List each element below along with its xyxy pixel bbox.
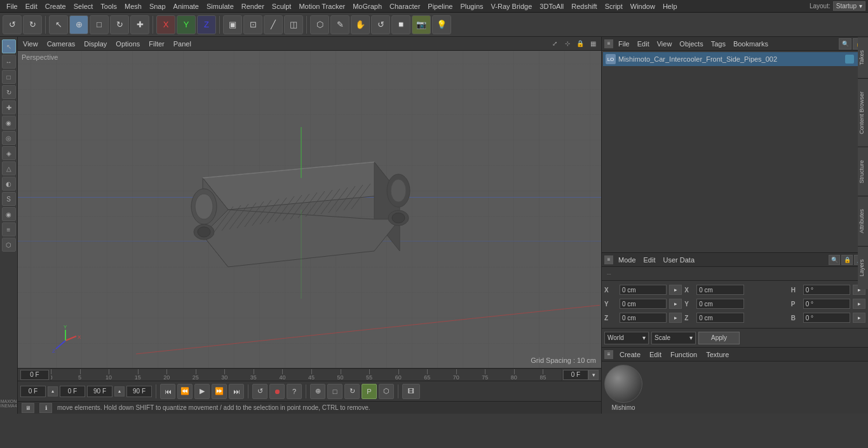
cam-btn[interactable]: 📷: [412, 15, 431, 34]
attr-y-val2[interactable]: 0 cm: [696, 299, 743, 309]
x-axis-btn[interactable]: X: [156, 15, 175, 34]
undo-btn[interactable]: ↺: [3, 15, 22, 34]
scale-dropdown[interactable]: Scale ▾: [651, 332, 696, 344]
select-btn[interactable]: ↖: [49, 15, 68, 34]
mat-menu-texture[interactable]: Texture: [703, 350, 731, 360]
mode-anim-btn[interactable]: 🎞: [402, 384, 420, 399]
menu-item-v-ray-bridge[interactable]: V-Ray Bridge: [487, 1, 536, 11]
menu-item-help[interactable]: Help: [659, 1, 681, 11]
redo-btn[interactable]: ↻: [23, 15, 42, 34]
attr-x-pos[interactable]: 0 cm: [620, 285, 667, 295]
menu-item-mesh[interactable]: Mesh: [121, 1, 146, 11]
status-icon-render[interactable]: 🖥: [22, 403, 34, 413]
menu-item-redshift[interactable]: Redshift: [567, 1, 600, 11]
obj-menu-view[interactable]: View: [654, 39, 675, 49]
rotate-btn[interactable]: ↻: [110, 15, 129, 34]
left-icon-13[interactable]: ⬡: [2, 238, 16, 252]
menu-item-select[interactable]: Select: [70, 1, 97, 11]
attr-menu-mode[interactable]: Mode: [616, 255, 639, 265]
attr-z-val2[interactable]: 0 cm: [696, 313, 743, 323]
attr-b-val[interactable]: 0 °: [803, 313, 850, 323]
vp-menu-cameras[interactable]: Cameras: [44, 39, 78, 49]
vp-icon-arrows[interactable]: ⊹: [562, 38, 573, 50]
menu-item-edit[interactable]: Edit: [22, 1, 41, 11]
mat-menu-function[interactable]: Function: [668, 350, 700, 360]
poly-mode-btn[interactable]: ◫: [284, 15, 303, 34]
timeline-ruler[interactable]: 051015202530354045505560657075808590: [50, 369, 562, 381]
left-icon-7[interactable]: ◈: [2, 146, 16, 160]
attr-b-arrow[interactable]: ▸: [853, 313, 865, 323]
help-btn[interactable]: ?: [287, 384, 302, 399]
menu-item-mograph[interactable]: MoGraph: [349, 1, 386, 11]
vp-menu-display[interactable]: Display: [81, 39, 109, 49]
menu-item-tools[interactable]: Tools: [97, 1, 121, 11]
menu-item-motion-tracker[interactable]: Motion Tracker: [295, 1, 349, 11]
mat-menu-create[interactable]: Create: [617, 350, 643, 360]
timeline[interactable]: 0 F 051015202530354045505560657075808590…: [18, 368, 601, 381]
next-key-btn[interactable]: ⏩: [212, 384, 227, 399]
grab-btn[interactable]: ✋: [351, 15, 370, 34]
start-up-btn[interactable]: ▴: [48, 386, 58, 397]
attr-z-arrow[interactable]: ▸: [669, 313, 682, 323]
left-icon-2[interactable]: □: [2, 70, 16, 84]
status-icon-info[interactable]: ℹ: [39, 403, 52, 413]
left-icon-11[interactable]: ◉: [2, 207, 16, 221]
snap-move-btn[interactable]: ⊕: [310, 384, 325, 399]
attr-p-arrow[interactable]: ▸: [853, 299, 865, 309]
snap-enable-btn[interactable]: P: [362, 384, 377, 399]
menu-item-3dtoall[interactable]: 3DToAll: [536, 1, 567, 11]
timeline-arrow[interactable]: ▾: [588, 370, 599, 380]
left-icon-6[interactable]: ◎: [2, 131, 16, 145]
menu-item-script[interactable]: Script: [601, 1, 627, 11]
attr-x-val2[interactable]: 0 cm: [696, 285, 743, 295]
takes-tab[interactable]: Takes: [858, 37, 868, 78]
sel-btn[interactable]: ◽: [391, 15, 410, 34]
obj-menu-tags[interactable]: Tags: [709, 39, 728, 49]
vp-menu-options[interactable]: Options: [113, 39, 142, 49]
cube-btn[interactable]: ⬡: [310, 15, 329, 34]
obj-search-btn[interactable]: 🔍: [839, 38, 851, 50]
menu-item-file[interactable]: File: [3, 1, 22, 11]
point-mode-btn[interactable]: ⊡: [243, 15, 262, 34]
transform-btn[interactable]: ✚: [130, 15, 149, 34]
attr-h-val[interactable]: 0 °: [803, 285, 850, 295]
menu-item-window[interactable]: Window: [627, 1, 659, 11]
left-icon-3[interactable]: ↻: [2, 85, 16, 99]
layout-dropdown[interactable]: Startup ▾: [833, 1, 865, 11]
current-frame-field[interactable]: 0 F: [60, 386, 85, 397]
attr-p-val[interactable]: 0 °: [803, 299, 850, 309]
prev-key-btn[interactable]: ⏪: [177, 384, 193, 399]
attr-search-btn[interactable]: 🔍: [829, 255, 840, 265]
left-icon-4[interactable]: ✚: [2, 100, 16, 114]
move-btn[interactable]: ⊕: [69, 15, 88, 34]
autokey-btn[interactable]: ⏺: [269, 384, 285, 399]
left-icon-12[interactable]: ≡: [2, 222, 16, 236]
light-btn[interactable]: 💡: [432, 15, 451, 34]
apply-button[interactable]: Apply: [698, 332, 740, 344]
scale-btn-tool[interactable]: □: [90, 15, 109, 34]
vp-icon-layout[interactable]: ▦: [587, 38, 599, 50]
menu-item-plugins[interactable]: Plugins: [456, 1, 487, 11]
snap-scale-btn[interactable]: □: [327, 384, 342, 399]
menu-item-pipeline[interactable]: Pipeline: [424, 1, 456, 11]
loop-btn-pb[interactable]: ↺: [252, 384, 268, 399]
vp-icon-expand[interactable]: ⤢: [549, 38, 560, 50]
attr-z-pos[interactable]: 0 cm: [620, 313, 667, 323]
left-icon-8[interactable]: △: [2, 161, 16, 175]
left-icon-0[interactable]: ↖: [2, 39, 16, 53]
go-start-btn[interactable]: ⏮: [160, 384, 175, 399]
menu-item-character[interactable]: Character: [386, 1, 424, 11]
material-item[interactable]: Mishimo: [604, 365, 642, 411]
z-axis-btn[interactable]: Z: [197, 15, 216, 34]
vp-menu-filter[interactable]: Filter: [146, 39, 166, 49]
go-end-btn[interactable]: ⏭: [229, 384, 244, 399]
end-frame-field[interactable]: 90 F: [87, 386, 112, 397]
start-frame-field[interactable]: 0 F: [20, 386, 46, 397]
model-mode-btn[interactable]: ▣: [223, 15, 242, 34]
obj-menu-objects[interactable]: Objects: [677, 39, 705, 49]
y-axis-btn[interactable]: Y: [177, 15, 196, 34]
obj-menu-edit[interactable]: Edit: [635, 39, 652, 49]
attr-y-pos[interactable]: 0 cm: [620, 299, 667, 309]
snap-rotate-btn[interactable]: ↻: [344, 384, 360, 399]
menu-item-render[interactable]: Render: [238, 1, 268, 11]
